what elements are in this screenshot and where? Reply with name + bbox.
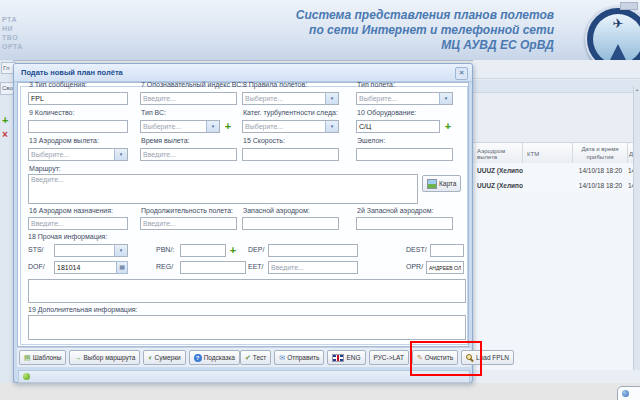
wake-category-value: Выберите...	[245, 121, 324, 132]
departure-time-label: Время вылета:	[141, 137, 189, 144]
scroll-up-icon[interactable]: ▴	[636, 87, 638, 92]
sts-select[interactable]: ▾	[54, 244, 128, 257]
hint-button[interactable]: ? Подсказка	[189, 350, 240, 365]
pbn-label: PBN/:	[156, 246, 174, 253]
destination-aerodrome-input[interactable]	[28, 217, 128, 230]
equipment-input[interactable]	[356, 120, 440, 133]
col-header-departure[interactable]: Аэродром вылета	[473, 143, 523, 164]
twilight-label: Сумерки	[155, 354, 181, 361]
delete-icon[interactable]: ×	[2, 130, 8, 140]
scrollbar-top-cap	[620, 2, 638, 10]
speed-label: 15 Скорость:	[243, 137, 285, 144]
aircraft-id-input[interactable]	[140, 92, 237, 105]
cell-departure: UUUZ (Хелипор...	[473, 178, 523, 193]
aircraft-id-label: 7 Опознавательный индекс ВС:	[141, 81, 243, 88]
map-button-label: Карта	[439, 180, 456, 187]
cell-arrival: 14/10/18 18:20	[573, 178, 628, 193]
table-row[interactable]: UUUZ (Хелипор... 14/10/18 18:20 14	[473, 178, 634, 194]
close-icon[interactable]: ×	[455, 67, 468, 80]
eng-label: ENG	[346, 354, 360, 361]
flight-type-select[interactable]: Выберите... ▾	[356, 92, 453, 105]
departure-aerodrome-value: Выберите...	[31, 149, 113, 160]
aircraft-type-select[interactable]: Выберите... ▾	[140, 120, 220, 133]
msg-type-input[interactable]	[28, 92, 128, 105]
route-select-button[interactable]: → Выбор маршрута	[69, 350, 140, 365]
calendar-icon[interactable]: ▦	[116, 261, 128, 274]
opr-input[interactable]	[426, 261, 464, 274]
logo-text-fragment: ТВО	[2, 34, 18, 41]
quantity-input[interactable]	[28, 120, 128, 133]
flight-plan-dialog: Подать новый план полёта × 3 Тип сообщен…	[13, 63, 473, 383]
add-pbn-button[interactable]: +	[227, 244, 239, 257]
col-header-ktm[interactable]: КТМ	[523, 143, 573, 164]
other-info-textarea[interactable]	[28, 279, 466, 303]
wake-category-label: Катег. турбулентности следа:	[243, 109, 338, 116]
system-title-line3: МЦ АУВД ЕС ОрВД	[296, 38, 554, 53]
logo-text-fragment: РТА	[2, 16, 17, 23]
dialog-toolbar: ▤ Шаблоны → Выбор маршрута ◐ Сумерки ? П…	[17, 347, 471, 367]
toolbar-left-group: ▤ Шаблоны → Выбор маршрута ◐ Сумерки ? П…	[19, 350, 240, 365]
dropdown-arrow-icon: ▾	[114, 149, 127, 160]
other-info-label: 18 Прочая информация:	[28, 233, 107, 240]
system-title-line2: по сети Интернет и телефонной сети	[296, 23, 554, 38]
dropdown-arrow-icon: ▾	[439, 93, 452, 104]
dest-input[interactable]	[430, 244, 464, 257]
wake-category-select[interactable]: Выберите... ▾	[242, 120, 339, 133]
logo-text-fragment: ОРТА	[2, 43, 23, 50]
left-panel: Гл Сво + ×	[0, 60, 14, 383]
dropdown-arrow-icon: ▾	[206, 121, 219, 132]
eet-input[interactable]	[268, 261, 358, 274]
dialog-titlebar[interactable]: Подать новый план полёта	[14, 64, 472, 82]
send-button[interactable]: ✉ Отправить	[274, 350, 324, 365]
logo-text-fragment: НИ	[2, 25, 13, 32]
rus-lat-button[interactable]: РУС->LAT	[369, 350, 409, 365]
add-aircraft-type-button[interactable]: +	[222, 120, 234, 133]
additional-info-textarea[interactable]	[28, 315, 466, 340]
level-input[interactable]	[356, 148, 453, 161]
alternate-aerodrome-label: Запасной аэродром:	[243, 207, 310, 214]
reg-input[interactable]	[180, 261, 246, 274]
rus-lat-label: РУС->LAT	[374, 354, 404, 361]
templates-label: Шаблоны	[33, 354, 62, 361]
map-button[interactable]: Карта	[422, 175, 461, 192]
level-label: Эшелон:	[357, 137, 385, 144]
table-row[interactable]: UUUZ (Хелипор... 14/10/18 18:20 14	[473, 163, 634, 179]
templates-button[interactable]: ▤ Шаблоны	[19, 350, 66, 365]
add-icon[interactable]: +	[2, 115, 8, 126]
alternate-aerodrome-input[interactable]	[242, 217, 339, 230]
col-header-arrival[interactable]: Дата и время прибытия	[573, 143, 628, 164]
dep-input[interactable]	[268, 244, 358, 257]
quantity-label: 9 Количество:	[29, 109, 74, 116]
msg-type-label: 3 Тип сообщения:	[29, 81, 87, 88]
scrollbar[interactable]: ▴	[633, 86, 640, 370]
twilight-button[interactable]: ◐ Сумерки	[143, 350, 185, 365]
system-title: Система представления планов полетов по …	[296, 8, 554, 53]
departure-aerodrome-select[interactable]: Выберите... ▾	[28, 148, 128, 161]
alternate2-aerodrome-input[interactable]	[356, 217, 453, 230]
toolbar-divider	[473, 78, 640, 79]
flight-rules-select[interactable]: Выберите... ▾	[242, 92, 339, 105]
reg-label: REG/	[156, 263, 173, 270]
departure-time-input[interactable]	[140, 148, 237, 161]
speed-input[interactable]	[242, 148, 339, 161]
send-icon: ✉	[279, 354, 285, 361]
cell-arrival: 14/10/18 18:20	[573, 163, 628, 178]
flight-type-value: Выберите...	[359, 93, 438, 104]
route-textarea[interactable]	[28, 174, 418, 204]
floating-widget[interactable]	[617, 386, 640, 400]
test-button[interactable]: ✔ Тест	[240, 350, 271, 365]
app-root: РТА НИ ТВО ОРТА Система представления пл…	[0, 0, 640, 400]
eng-button[interactable]: ENG	[327, 350, 365, 365]
dropdown-arrow-icon: ▾	[325, 121, 338, 132]
flights-table-header: Аэродром вылета КТМ Дата и время прибыти…	[473, 142, 634, 165]
system-title-line1: Система представления планов полетов	[296, 8, 554, 23]
duration-input[interactable]	[140, 217, 237, 230]
pbn-input[interactable]	[180, 244, 226, 257]
aircraft-type-label: Тип ВС:	[141, 109, 166, 116]
send-label: Отправить	[287, 354, 319, 361]
status-ok-icon	[23, 373, 30, 380]
eet-label: EET/	[248, 263, 264, 270]
destination-aerodrome-label: 16 Аэродром назначения:	[29, 207, 113, 214]
background-toolbar	[473, 80, 640, 93]
add-equipment-button[interactable]: +	[442, 120, 454, 133]
